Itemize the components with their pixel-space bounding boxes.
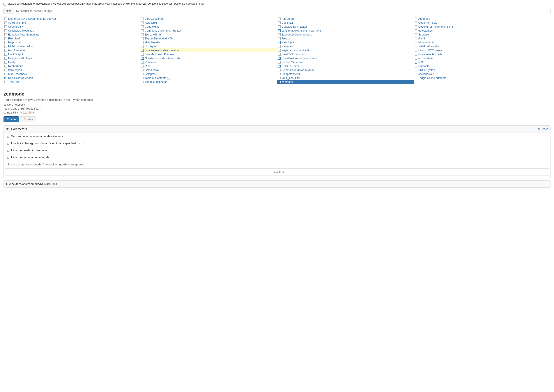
ext-link[interactable]: Navigation-Hotkeys [8, 57, 32, 60]
ext-item[interactable]: Code prettify [4, 25, 140, 29]
ext-item[interactable]: (some) LaTeX environments for Jupyter [4, 17, 140, 21]
ext-checkbox[interactable] [278, 49, 281, 52]
ext-item[interactable]: Snippets Menu [277, 72, 414, 76]
ext-item[interactable]: Toggle all line numbers [414, 76, 550, 80]
ext-checkbox[interactable] [141, 41, 144, 44]
ext-item[interactable]: Nbextensions edit menu item [277, 56, 414, 60]
ext-link[interactable]: Live Markdown Preview [145, 53, 174, 56]
ext-link[interactable]: Initialization cells [418, 45, 439, 48]
ext-item[interactable]: Code Font Size [414, 21, 550, 25]
ext-checkbox[interactable] [4, 37, 7, 40]
ext-checkbox[interactable] [415, 37, 417, 40]
ext-link[interactable]: datestamper [418, 29, 434, 32]
ext-item[interactable]: Equation Auto Numbering [4, 33, 140, 37]
ext-link[interactable]: RISE [418, 61, 425, 64]
ext-link[interactable]: Ruler [145, 65, 151, 68]
ext-link[interactable]: Nbextensions edit menu item [282, 57, 317, 60]
param-checkbox[interactable] [7, 156, 9, 159]
ext-item[interactable]: Limit Output [4, 52, 140, 56]
ext-link[interactable]: Export Embedded HTML [145, 37, 175, 40]
ext-checkbox[interactable] [4, 73, 7, 75]
ext-item[interactable]: Execution Dependencies [277, 33, 414, 37]
ext-checkbox[interactable] [4, 77, 7, 79]
ext-checkbox[interactable] [278, 37, 281, 40]
ext-checkbox[interactable] [141, 49, 144, 52]
ext-link[interactable]: Move selected cells [418, 53, 442, 56]
ext-link[interactable]: spellchecker [418, 72, 434, 76]
ext-item[interactable]: Hinterland [277, 44, 414, 49]
ext-item[interactable]: Collapsible Headings [4, 29, 140, 33]
ext-checkbox[interactable] [141, 81, 144, 83]
ext-item[interactable]: Skip-Traceback [4, 72, 140, 76]
ext-link[interactable]: Skip-Traceback [8, 72, 27, 76]
filter-input[interactable] [14, 8, 550, 14]
ext-link[interactable]: Runtools [418, 65, 429, 68]
ext-link[interactable]: Gist-it [418, 37, 426, 40]
ext-link[interactable]: (some) LaTeX environments for Jupyter [8, 17, 56, 20]
ext-checkbox[interactable] [278, 61, 281, 63]
ext-item[interactable]: spellchecker [414, 72, 550, 76]
ext-checkbox[interactable] [278, 73, 281, 75]
ext-checkbox[interactable] [141, 21, 144, 24]
disable-button[interactable]: Disable [20, 116, 36, 122]
ext-link[interactable]: Nbextensions dashboard tab [145, 57, 180, 60]
parameters-header[interactable]: Parameters ↻ reset [4, 126, 550, 133]
ext-link[interactable]: Keyboard shortcut editor [282, 49, 312, 52]
ext-checkbox[interactable] [415, 18, 417, 20]
ext-link[interactable]: Freeze [282, 37, 290, 40]
param-checkbox[interactable] [7, 135, 9, 138]
ext-checkbox[interactable] [141, 37, 144, 40]
ext-link[interactable]: Python Markdown [282, 61, 304, 64]
ext-link[interactable]: Exercise [418, 33, 429, 36]
ext-item[interactable]: Launch QTConsole [414, 49, 550, 52]
ext-item[interactable]: Variable Inspector [140, 80, 277, 84]
param-checkbox[interactable] [7, 149, 9, 152]
ext-link[interactable]: Exercise2 [8, 37, 20, 40]
readme-header[interactable]: /nbextensions/zenmode/README.md [4, 181, 550, 187]
ext-checkbox[interactable] [415, 65, 417, 68]
ext-item[interactable]: CodeMirror mode extensions [414, 25, 550, 29]
ext-checkbox[interactable] [278, 45, 281, 48]
ext-checkbox[interactable] [278, 53, 281, 56]
ext-checkbox[interactable] [4, 25, 7, 28]
ext-checkbox[interactable] [141, 53, 144, 56]
ext-checkbox[interactable] [141, 61, 144, 63]
ext-link[interactable]: Code Font Size [418, 21, 437, 24]
ext-link[interactable]: Tree Filter [8, 80, 21, 84]
reset-button[interactable]: ↻ reset [538, 127, 548, 131]
disable-config-checkbox[interactable] [4, 3, 6, 6]
ext-checkbox[interactable] [4, 18, 7, 20]
ext-item[interactable]: Tree Filter [4, 80, 140, 84]
ext-link[interactable]: Select CodeMirror Keymap [282, 69, 315, 72]
ext-checkbox[interactable] [4, 69, 7, 71]
ext-checkbox[interactable] [278, 57, 281, 60]
ext-checkbox[interactable] [278, 21, 281, 24]
ext-checkbox[interactable] [141, 33, 144, 36]
ext-link[interactable]: Autoscroll [145, 21, 157, 24]
ext-item[interactable]: isort formatter [4, 49, 140, 52]
ext-link[interactable]: Codefolding [145, 25, 159, 28]
ext-checkbox[interactable] [415, 21, 417, 24]
ext-checkbox[interactable] [4, 81, 7, 83]
ext-checkbox[interactable] [4, 65, 7, 68]
ext-link[interactable]: zenmode [282, 80, 293, 84]
ext-item[interactable]: Notify [4, 60, 140, 64]
ext-item[interactable]: Exercise2 [4, 37, 140, 41]
ext-checkbox[interactable] [278, 29, 281, 32]
ext-checkbox[interactable] [415, 25, 417, 28]
ext-link[interactable]: Execution Dependencies [282, 33, 312, 36]
ext-checkbox[interactable] [4, 33, 7, 36]
ext-link[interactable]: contrib_nbextensions_help_item [282, 29, 321, 32]
ext-checkbox[interactable] [415, 45, 417, 48]
ext-link[interactable]: Codefolding in Editor [282, 25, 307, 28]
ext-item[interactable]: table_beautifier [277, 76, 414, 80]
ext-checkbox[interactable] [278, 69, 281, 71]
ext-item[interactable]: Nbextensions dashboard tab [140, 56, 277, 60]
ext-checkbox[interactable] [141, 77, 144, 79]
ext-item[interactable]: Table of Contents (2) [140, 76, 277, 80]
ext-link[interactable]: Variable Inspector [145, 80, 167, 84]
ext-checkbox[interactable] [415, 73, 417, 75]
ext-checkbox[interactable] [4, 45, 7, 48]
ext-checkbox[interactable] [415, 61, 417, 63]
ext-link[interactable]: SKILL Syntax [418, 69, 435, 72]
